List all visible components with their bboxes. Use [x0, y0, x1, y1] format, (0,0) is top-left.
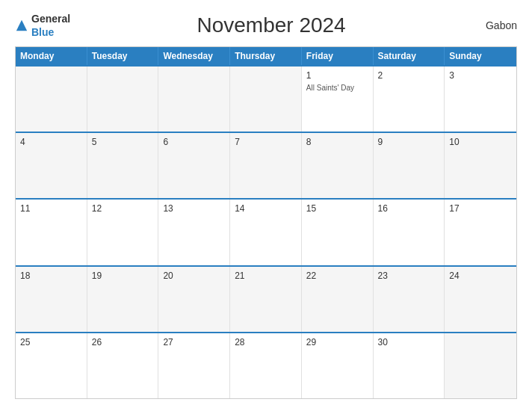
day-cell: 3	[445, 67, 516, 132]
week-row-4: 18192021222324	[16, 265, 516, 332]
day-number: 29	[306, 337, 368, 347]
day-header-wednesday: Wednesday	[158, 47, 230, 65]
month-title: November 2024	[70, 13, 472, 37]
calendar-page: General Blue November 2024 Gabon MondayT…	[0, 0, 532, 411]
day-cell: 27	[158, 333, 230, 398]
day-cell: 29	[302, 333, 374, 398]
day-cell: 2	[374, 67, 445, 132]
week-row-5: 252627282930	[16, 332, 516, 398]
day-cell	[158, 67, 230, 132]
day-headers: MondayTuesdayWednesdayThursdayFridaySatu…	[16, 47, 516, 65]
day-header-friday: Friday	[302, 47, 374, 65]
day-header-monday: Monday	[16, 47, 87, 65]
day-cell: 17	[445, 200, 516, 265]
day-number: 7	[235, 137, 297, 147]
day-number: 9	[378, 137, 440, 147]
day-number: 3	[449, 70, 512, 81]
day-number: 30	[378, 337, 440, 347]
weeks-container: 1All Saints' Day234567891011121314151617…	[16, 65, 516, 398]
day-number: 11	[20, 203, 82, 214]
day-number: 25	[20, 337, 82, 347]
day-cell: 25	[16, 333, 87, 398]
day-header-saturday: Saturday	[374, 47, 445, 65]
day-cell: 8	[302, 133, 374, 198]
day-cell: 14	[230, 200, 302, 265]
logo-blue-text: Blue	[31, 26, 54, 38]
day-number: 20	[163, 271, 225, 281]
country-label: Gabon	[472, 19, 517, 31]
day-header-tuesday: Tuesday	[87, 47, 159, 65]
day-number: 13	[163, 203, 225, 214]
day-number: 16	[378, 203, 440, 214]
day-number: 14	[235, 203, 297, 214]
day-cell: 23	[374, 267, 445, 332]
day-number: 26	[92, 337, 154, 347]
day-number: 21	[235, 271, 297, 281]
header: General Blue November 2024 Gabon	[15, 12, 517, 39]
day-cell: 1All Saints' Day	[302, 67, 374, 132]
day-number: 12	[92, 203, 154, 214]
logo-general: General	[31, 13, 70, 25]
day-number: 18	[20, 271, 82, 281]
day-cell: 24	[445, 267, 516, 332]
day-header-thursday: Thursday	[230, 47, 302, 65]
day-cell: 15	[302, 200, 374, 265]
day-cell	[445, 333, 516, 398]
day-cell: 16	[374, 200, 445, 265]
day-number: 1	[306, 70, 368, 81]
day-cell: 5	[87, 133, 159, 198]
day-cell: 20	[158, 267, 230, 332]
day-event: All Saints' Day	[306, 84, 368, 92]
day-cell: 28	[230, 333, 302, 398]
day-number: 4	[20, 137, 82, 147]
day-cell	[230, 67, 302, 132]
day-cell: 11	[16, 200, 87, 265]
svg-marker-0	[16, 20, 27, 31]
day-number: 27	[163, 337, 225, 347]
day-cell	[87, 67, 159, 132]
day-cell: 4	[16, 133, 87, 198]
day-number: 2	[378, 70, 440, 81]
day-cell: 26	[87, 333, 159, 398]
day-number: 15	[306, 203, 368, 214]
day-cell: 13	[158, 200, 230, 265]
logo: General Blue	[15, 12, 70, 39]
week-row-2: 45678910	[16, 132, 516, 198]
day-number: 22	[306, 271, 368, 281]
day-cell: 30	[374, 333, 445, 398]
calendar-grid: MondayTuesdayWednesdayThursdayFridaySatu…	[15, 46, 517, 399]
day-cell: 18	[16, 267, 87, 332]
day-number: 23	[378, 271, 440, 281]
day-cell: 9	[374, 133, 445, 198]
day-number: 24	[449, 271, 512, 281]
day-cell: 10	[445, 133, 516, 198]
day-number: 17	[449, 203, 512, 214]
logo-icon	[15, 19, 28, 32]
day-number: 8	[306, 137, 368, 147]
day-cell: 22	[302, 267, 374, 332]
day-number: 5	[92, 137, 154, 147]
day-cell: 19	[87, 267, 159, 332]
day-number: 10	[449, 137, 512, 147]
day-number: 28	[235, 337, 297, 347]
day-cell: 6	[158, 133, 230, 198]
week-row-3: 11121314151617	[16, 198, 516, 265]
logo-text: General Blue	[31, 12, 70, 39]
day-cell: 12	[87, 200, 159, 265]
week-row-1: 1All Saints' Day23	[16, 65, 516, 132]
day-number: 6	[163, 137, 225, 147]
day-cell: 21	[230, 267, 302, 332]
day-number: 19	[92, 271, 154, 281]
day-cell: 7	[230, 133, 302, 198]
day-header-sunday: Sunday	[445, 47, 516, 65]
day-cell	[16, 67, 87, 132]
